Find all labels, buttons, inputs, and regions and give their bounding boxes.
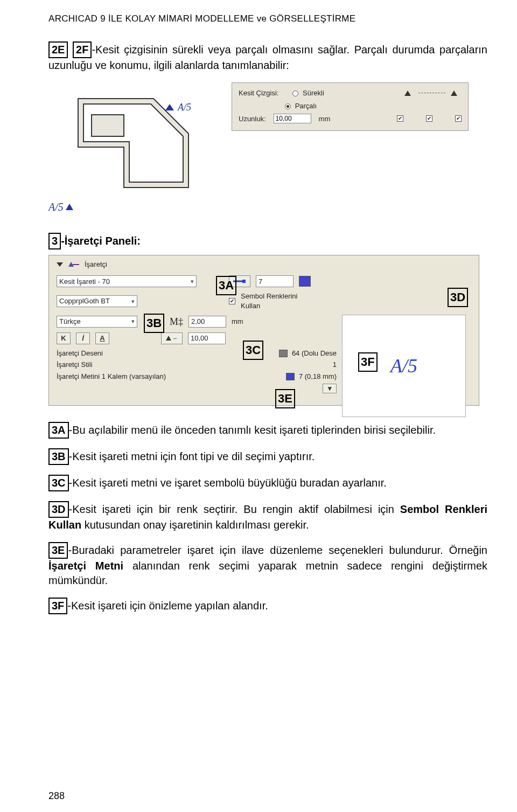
chk-sembol-label: Sembol Renklerini Kullan xyxy=(241,292,316,310)
chk-seg-3[interactable] xyxy=(455,115,462,122)
list2-value: 1 xyxy=(333,360,337,370)
list3-value: 7 (0,18 mm) xyxy=(299,372,337,381)
para-2e2f: 2E 2F-Kesit çizgisinin sürekli veya parç… xyxy=(48,41,487,73)
expl-3D: 3D-Kesit işareti için bir renk seçtirir.… xyxy=(48,501,487,532)
height-input[interactable]: 2,00 xyxy=(188,316,226,328)
list-scroll-down-icon[interactable]: ▾ xyxy=(323,384,337,393)
marker-icon xyxy=(68,261,79,268)
key-2F: 2F xyxy=(73,41,92,58)
segment-end-icon[interactable] xyxy=(449,88,462,98)
preview-text: A/5 xyxy=(390,355,417,377)
key-3: 3 xyxy=(48,233,61,249)
chk-seg-2[interactable] xyxy=(426,115,432,122)
heading-3: 3-İşaretçi Paneli: xyxy=(48,233,487,249)
panel-title-text: İşaretçi xyxy=(85,260,107,269)
kc-len-label: Uzunluk: xyxy=(239,114,266,124)
collapse-icon[interactable] xyxy=(57,262,63,267)
opt-surekli: Sürekli xyxy=(303,89,324,97)
page-number: 288 xyxy=(48,789,65,802)
list1-value: 64 (Dolu Dese xyxy=(292,349,337,358)
M-label: M‡ xyxy=(170,315,183,328)
font-select[interactable]: CopprplGoth BT▾ xyxy=(57,295,137,307)
svg-marker-1 xyxy=(165,104,174,110)
marker-size-input[interactable]: 10,00 xyxy=(188,332,226,344)
expl-3E: 3E-Buradaki parametreler işaret için ila… xyxy=(48,542,487,588)
height-unit: mm xyxy=(232,317,243,327)
dashline-icon xyxy=(418,93,445,93)
segment-start-icon[interactable] xyxy=(402,88,415,98)
list-isaretci-stili[interactable]: İşaretçi Stili xyxy=(57,360,329,370)
expl-3A: 3A-Bu açılabilir menü ile önceden tanıml… xyxy=(48,422,487,439)
kc-length-input[interactable] xyxy=(274,114,311,123)
list-isaretci-metini[interactable]: İşaretçi Metini 1 Kalem (varsayılan) xyxy=(57,372,282,381)
kesit-cizgisi-panel: Kesit Çizgisi: Sürekli Parçalı Uzunluk: … xyxy=(232,82,469,131)
marker-preview: A/5 xyxy=(342,315,466,417)
radio-parcali[interactable] xyxy=(285,103,291,109)
para-2e2f-text: -Kesit çizgisinin sürekli veya parçalı o… xyxy=(48,44,487,71)
svg-rect-3 xyxy=(242,280,246,283)
italic-button[interactable]: İ xyxy=(76,332,90,344)
desen-swatch[interactable] xyxy=(279,350,288,357)
pen-number-input[interactable]: 7 xyxy=(256,275,294,287)
marker-size-icon[interactable]: ↔ xyxy=(161,332,183,344)
chk-sembol-renkleri[interactable] xyxy=(229,298,235,304)
page-header: ARCHICAD 9 İLE KOLAY MİMARİ MODELLEME ve… xyxy=(48,13,487,25)
isaretci-panel: İşaretçi Kesit İşareti - 70▾ 7 CopprplGo… xyxy=(48,255,479,406)
triangle-icon xyxy=(66,204,73,210)
list-isaretci-deseni[interactable]: İşaretçi Deseni xyxy=(57,349,275,358)
kesit-isareti-select[interactable]: Kesit İşareti - 70▾ xyxy=(57,275,197,287)
pen-color-swatch[interactable] xyxy=(299,276,311,287)
expl-3C: 3C-Kesit işareti metni ve işaret sembolü… xyxy=(48,475,487,491)
underline-button[interactable]: A xyxy=(95,332,109,344)
kc-len-unit: mm xyxy=(319,114,331,124)
svg-rect-0 xyxy=(92,115,124,136)
metin-pen-swatch[interactable] xyxy=(286,373,295,380)
expl-3F: 3F-Kesit işareti için önizleme yapılan a… xyxy=(48,598,487,614)
key-2E: 2E xyxy=(48,41,68,58)
chk-seg-1[interactable] xyxy=(397,115,403,122)
kc-label: Kesit Çizgisi: xyxy=(239,88,278,98)
bold-button[interactable]: K xyxy=(57,332,71,344)
expl-3B: 3B-Kesit işareti metni için font tipi ve… xyxy=(48,448,487,465)
radio-surekli[interactable] xyxy=(292,91,298,96)
floorplan-label-outer: A/5 xyxy=(48,201,210,213)
opt-parcali: Parçalı xyxy=(295,102,317,110)
floorplan-illustration: A/5 xyxy=(48,82,210,196)
language-select[interactable]: Türkçe▾ xyxy=(57,316,137,328)
floorplan-label-inner: A/5 xyxy=(177,102,191,113)
pen-icon-button[interactable] xyxy=(229,275,250,287)
